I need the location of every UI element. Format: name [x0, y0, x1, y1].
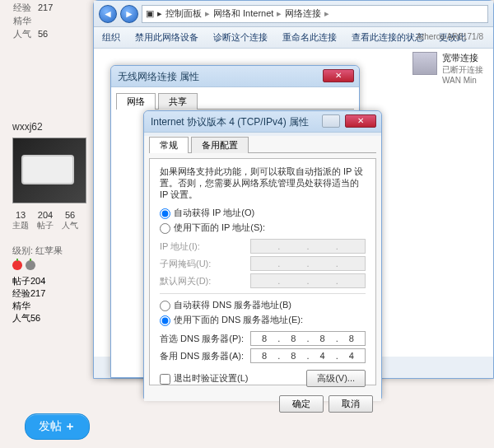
subnet-mask-input: ...	[250, 256, 366, 271]
close-icon[interactable]: ✕	[323, 69, 354, 82]
close-icon[interactable]: ✕	[345, 114, 376, 128]
alt-dns-input[interactable]: 8. 8. 4. 4	[250, 348, 366, 363]
dialog-title: Internet 协议版本 4 (TCP/IPv4) 属性	[144, 116, 309, 128]
help-icon[interactable]	[322, 114, 340, 128]
primary-dns-input[interactable]: 8. 8. 8. 8	[250, 331, 366, 346]
ip-manual-radio[interactable]: 使用下面的 IP 地址(S):	[160, 222, 366, 234]
connection-item[interactable]: 宽带连接 已断开连接 WAN Min	[412, 52, 483, 85]
forum-top-stats: 经验217 精华 人气56	[13, 1, 96, 40]
apple-icon	[12, 260, 22, 270]
avatar[interactable]	[12, 138, 86, 203]
tab-general[interactable]: 常规	[149, 137, 189, 153]
advanced-button[interactable]: 高级(V)...	[306, 370, 366, 387]
new-post-button[interactable]: 发帖＋	[25, 413, 90, 440]
gateway-input: ...	[250, 273, 366, 288]
description-text: 如果网络支持此功能，则可以获取自动指派的 IP 设置。否则，您需要从网络系统管理…	[160, 166, 366, 200]
dns-auto-radio[interactable]: 自动获得 DNS 服务器地址(B)	[160, 299, 366, 311]
cancel-button[interactable]: 取消	[329, 395, 373, 413]
apple-icon	[26, 260, 35, 270]
dns-manual-radio[interactable]: 使用下面的 DNS 服务器地址(E):	[160, 314, 366, 326]
forum-user-block: wxxj62 13主题 204帖子 56人气	[12, 121, 95, 231]
nav-back-icon[interactable]: ◄	[99, 5, 117, 23]
ok-button[interactable]: 确定	[279, 395, 324, 413]
ipv4-properties-dialog: Internet 协议版本 4 (TCP/IPv4) 属性 ✕ 常规 备用配置 …	[143, 110, 382, 399]
username[interactable]: wxxj62	[12, 121, 95, 133]
stat-label: 经验	[13, 1, 38, 14]
tab-network[interactable]: 网络	[116, 93, 156, 110]
dns-mode-radio-group: 自动获得 DNS 服务器地址(B) 使用下面的 DNS 服务器地址(E):	[160, 299, 366, 326]
tab-alternate[interactable]: 备用配置	[191, 137, 249, 153]
network-adapter-icon	[412, 52, 437, 75]
tab-sharing[interactable]: 共享	[158, 93, 198, 110]
breadcrumb[interactable]: ▣ ▸ 控制面板▸ 网络和 Internet▸ 网络连接▸	[142, 5, 488, 23]
ip-auto-radio[interactable]: 自动获得 IP 地址(O)	[160, 207, 366, 219]
ip-mode-radio-group: 自动获得 IP 地址(O) 使用下面的 IP 地址(S):	[160, 207, 366, 234]
forum-level-block: 级别: 红苹果 帖子204 经验217 精华 人气56	[12, 245, 95, 324]
dialog-title: 无线网络连接 属性	[111, 71, 199, 82]
folder-icon: ▣	[146, 8, 154, 19]
nav-forward-icon[interactable]: ►	[120, 5, 138, 23]
ip-address-input: ...	[250, 239, 366, 254]
validate-on-exit-checkbox[interactable]: 退出时验证设置(L)	[160, 372, 248, 385]
